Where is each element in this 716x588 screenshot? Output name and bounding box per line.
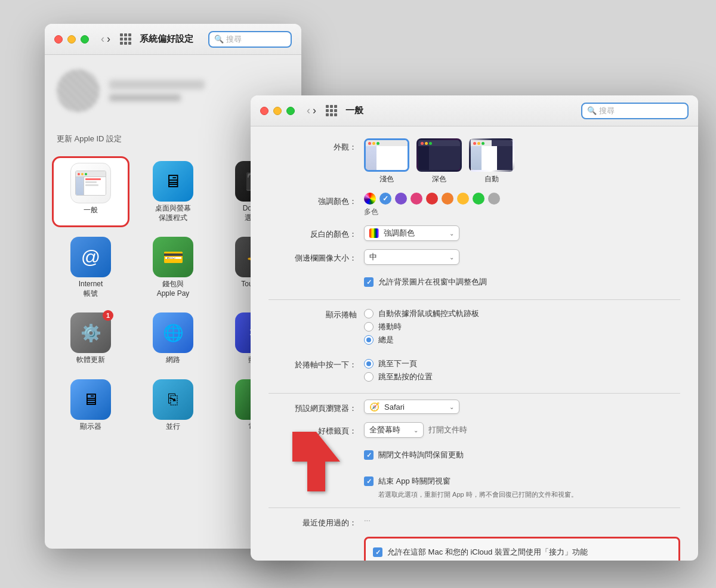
profile-sub [109, 94, 181, 101]
back-arrow[interactable]: ‹ [101, 33, 104, 45]
close-save-checkbox-row: 關閉文件時詢問保留更動 [364, 450, 680, 460]
zoom-button[interactable] [81, 35, 89, 44]
appearance-options: 淺色 [364, 138, 680, 184]
scroll-click-next-label: 跳至下一頁 [378, 358, 417, 369]
back-titlebar: ‹ › 系統偏好設定 🔍 搜尋 [45, 24, 301, 55]
sidebar-size-label: 側邊欄圖像大小： [268, 249, 364, 264]
browser-label: 預設網頁瀏覽器： [268, 400, 364, 414]
accent-red[interactable] [426, 193, 438, 205]
highlight-color-dropdown[interactable]: 強調顏色 ⌄ [364, 225, 459, 241]
front-window-title: 一般 [345, 105, 363, 116]
quit-close-label: 結束 App 時關閉視窗 [378, 476, 450, 487]
scroll-click-position-label: 跳至點按的位置 [378, 372, 433, 382]
close-save-checkbox[interactable] [364, 450, 374, 460]
allow-wallpaper-label: 允許背景圖片在視窗中調整色調 [378, 277, 487, 287]
software-icon: ⚙️ 1 [70, 312, 111, 353]
wallpaper-row: 允許背景圖片在視窗中調整色調 [268, 273, 680, 291]
front-close-button[interactable] [260, 107, 268, 115]
appearance-label: 外觀： [268, 138, 364, 153]
allow-wallpaper-checkbox[interactable] [364, 277, 374, 287]
accent-orange[interactable] [442, 193, 453, 205]
scroll-click-position-radio[interactable] [364, 372, 374, 382]
scroll-radio-auto[interactable] [364, 309, 374, 318]
minimize-button[interactable] [67, 35, 76, 44]
front-zoom-button[interactable] [286, 107, 295, 115]
forward-arrow[interactable]: › [107, 33, 110, 45]
desktop-icon: 🖥 [153, 161, 193, 202]
accent-yellow[interactable] [457, 193, 469, 205]
tabs-dropdown[interactable]: 全螢幕時 ⌄ [364, 422, 424, 438]
appearance-dark-img [416, 138, 462, 172]
network-icon: 🌐 [153, 312, 193, 353]
scroll-content: 自動依據滑鼠或觸控式軌跡板 捲動時 總是 [364, 306, 680, 348]
highlight-color-content: 強調顏色 ⌄ [364, 225, 680, 241]
desktop-label: 桌面與螢幕保護程式 [155, 204, 191, 222]
sidebar-size-dropdown[interactable]: 中 ⌄ [364, 249, 459, 265]
front-search-icon: 🔍 [587, 106, 597, 115]
internet-label: Internet帳號 [79, 280, 103, 298]
sidebar-item-parallel[interactable]: ⎘ 並行 [134, 375, 212, 437]
scroll-radio-scroll[interactable] [364, 322, 374, 332]
front-forward-arrow[interactable]: › [313, 104, 316, 117]
accent-rose[interactable] [411, 193, 422, 205]
accent-multicolor[interactable] [364, 193, 376, 205]
browser-value: Safari [384, 403, 405, 411]
search-icon: 🔍 [214, 35, 224, 44]
divider-2 [268, 393, 680, 394]
appearance-auto-label: 自動 [484, 174, 499, 184]
handoff-label: 允許在這部 Mac 和您的 iCloud 裝置之間使用「接力」功能 [387, 547, 588, 558]
avatar [57, 69, 100, 112]
display-icon: 🖥 [70, 379, 111, 420]
front-minimize-button[interactable] [273, 107, 282, 115]
divider-1 [268, 299, 680, 300]
wallet-icon: 💳 [153, 237, 193, 277]
accent-green[interactable] [473, 193, 484, 205]
accent-blue[interactable] [379, 193, 391, 205]
front-search-input[interactable]: 搜尋 [599, 106, 659, 116]
back-window-title: 系統偏好設定 [140, 33, 193, 45]
appearance-auto[interactable]: 自動 [469, 138, 514, 184]
scroll-option-always-label: 總是 [378, 335, 394, 345]
scroll-row: 顯示捲軸 自動依據滑鼠或觸控式軌跡板 捲動時 總是 [268, 306, 680, 348]
scroll-click-next-radio[interactable] [364, 359, 374, 369]
scroll-option-auto: 自動依據滑鼠或觸控式軌跡板 [364, 308, 680, 319]
appearance-light[interactable]: 淺色 [364, 138, 409, 184]
sidebar-item-wallet[interactable]: 💳 錢包與Apple Pay [134, 232, 212, 303]
quit-close-checkbox[interactable] [364, 476, 374, 486]
accent-multi-label: 多色 [364, 207, 680, 217]
sidebar-item-general[interactable]: 一般 [52, 156, 129, 227]
accent-graphite[interactable] [488, 193, 500, 205]
close-button[interactable] [54, 35, 63, 44]
appearance-light-label: 淺色 [379, 174, 394, 184]
front-grid-icon[interactable] [326, 105, 337, 116]
sidebar-item-software[interactable]: ⚙️ 1 軟體更新 [52, 308, 129, 370]
internet-icon: @ [70, 237, 111, 277]
sidebar-size-value: 中 [369, 252, 377, 262]
browser-dropdown[interactable]: 🧭 Safari ⌄ [364, 400, 459, 414]
software-badge: 1 [103, 310, 113, 321]
front-back-arrow[interactable]: ‹ [307, 104, 310, 117]
sidebar-item-desktop[interactable]: 🖥 桌面與螢幕保護程式 [134, 156, 212, 227]
back-search-box[interactable]: 🔍 搜尋 [208, 31, 292, 48]
scroll-label: 顯示捲軸 [268, 306, 364, 320]
accent-colors [364, 193, 680, 205]
general-icon [70, 163, 111, 203]
sidebar-item-internet[interactable]: @ Internet帳號 [52, 232, 129, 303]
sidebar-item-display[interactable]: 🖥 顯示器 [52, 375, 129, 437]
back-search-input[interactable]: 搜尋 [226, 34, 286, 45]
accent-purple[interactable] [395, 193, 407, 205]
front-search-box[interactable]: 🔍 搜尋 [581, 103, 689, 119]
accent-color-row: 強調顏色： 多色 [268, 193, 680, 217]
tabs-content: 全螢幕時 ⌄ 打開文件時 [364, 422, 680, 438]
grid-icon[interactable] [120, 33, 131, 45]
scroll-radio-always[interactable] [364, 335, 374, 345]
handoff-box: 允許在這部 Mac 和您的 iCloud 裝置之間使用「接力」功能 [364, 537, 680, 561]
display-label: 顯示器 [80, 422, 101, 432]
recent-row: 最近使用過的： ... [268, 514, 680, 528]
appearance-dark[interactable]: 深色 [416, 138, 462, 184]
tabs-value: 全螢幕時 [369, 425, 400, 435]
appearance-dark-label: 深色 [432, 174, 446, 184]
front-titlebar: ‹ › 一般 🔍 搜尋 [251, 95, 698, 126]
sidebar-item-network[interactable]: 🌐 網路 [134, 308, 212, 370]
handoff-checkbox[interactable] [373, 547, 382, 557]
